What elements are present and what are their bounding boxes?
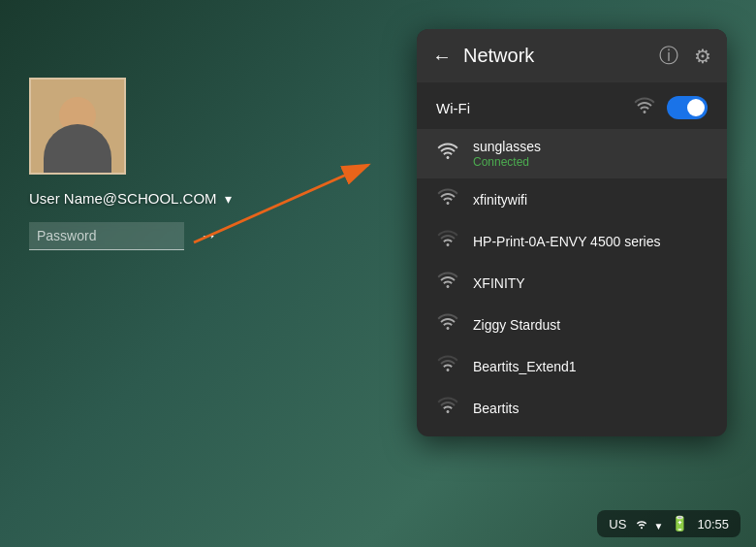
network-name: Beartits <box>473 401 519 416</box>
network-info: Beartits <box>473 401 519 416</box>
panel-title: Network <box>463 45 644 67</box>
back-button[interactable]: ← <box>432 47 452 66</box>
taskbar-time: 10:55 <box>697 517 729 531</box>
network-name: xfinitywifi <box>473 192 527 208</box>
network-item[interactable]: XFINITY <box>417 262 727 304</box>
wifi-controls <box>634 96 708 119</box>
settings-icon[interactable]: ⚙ <box>694 45 711 68</box>
taskbar: US ▼ 🔋 10:55 <box>597 510 740 537</box>
wifi-signal-icon <box>436 313 459 336</box>
network-info: HP-Print-0A-ENVY 4500 series <box>473 234 660 249</box>
submit-button[interactable]: → <box>192 222 225 250</box>
panel-header: ← Network ⓘ ⚙ <box>417 29 727 82</box>
password-row: → <box>29 222 225 250</box>
password-input[interactable] <box>29 222 184 250</box>
network-item[interactable]: Beartits_Extend1 <box>417 345 727 387</box>
network-item[interactable]: sunglasses Connected <box>417 129 727 178</box>
network-info: Beartits_Extend1 <box>473 359 577 374</box>
wifi-signal-header-icon <box>634 97 655 119</box>
wifi-signal-icon <box>436 230 459 252</box>
wifi-label: Wi-Fi <box>436 100 470 116</box>
network-panel: ← Network ⓘ ⚙ Wi-Fi <box>417 29 727 436</box>
wifi-section-header: Wi-Fi <box>417 82 727 129</box>
network-info: Ziggy Stardust <box>473 317 560 333</box>
network-name: sunglasses <box>473 139 541 154</box>
toggle-knob <box>687 99 705 116</box>
wifi-signal-icon <box>436 355 459 377</box>
network-list: sunglasses Connected xfinitywifi <box>417 129 727 436</box>
network-status-connected: Connected <box>473 155 541 169</box>
network-info: sunglasses Connected <box>473 139 541 169</box>
user-dropdown-icon[interactable]: ▾ <box>225 191 232 207</box>
network-item[interactable]: HP-Print-0A-ENVY 4500 series <box>417 220 727 262</box>
wifi-signal-icon <box>436 272 459 294</box>
taskbar-wifi-dropdown: ▼ <box>654 521 664 531</box>
info-icon[interactable]: ⓘ <box>659 43 678 69</box>
network-name: Ziggy Stardust <box>473 317 560 333</box>
wifi-signal-icon <box>436 143 459 165</box>
wifi-toggle[interactable] <box>667 96 708 119</box>
user-info: User Name@SCHOOL.COM ▾ <box>29 190 232 207</box>
network-name: HP-Print-0A-ENVY 4500 series <box>473 234 660 249</box>
network-name: Beartits_Extend1 <box>473 359 577 374</box>
network-name: XFINITY <box>473 275 525 291</box>
taskbar-locale: US <box>609 517 626 531</box>
avatar <box>29 78 126 175</box>
network-info: XFINITY <box>473 275 525 291</box>
username-label: User Name@SCHOOL.COM <box>29 190 217 207</box>
wifi-signal-icon <box>436 188 459 210</box>
wifi-signal-icon <box>436 397 459 419</box>
network-item[interactable]: xfinitywifi <box>417 178 727 220</box>
network-item[interactable]: Beartits <box>417 387 727 429</box>
network-item[interactable]: Ziggy Stardust <box>417 304 727 345</box>
login-panel: User Name@SCHOOL.COM ▾ → <box>29 78 232 250</box>
network-info: xfinitywifi <box>473 192 527 208</box>
taskbar-battery-icon: 🔋 <box>671 515 689 532</box>
avatar-figure <box>31 80 124 173</box>
taskbar-wifi-icon: ▼ <box>634 516 663 532</box>
